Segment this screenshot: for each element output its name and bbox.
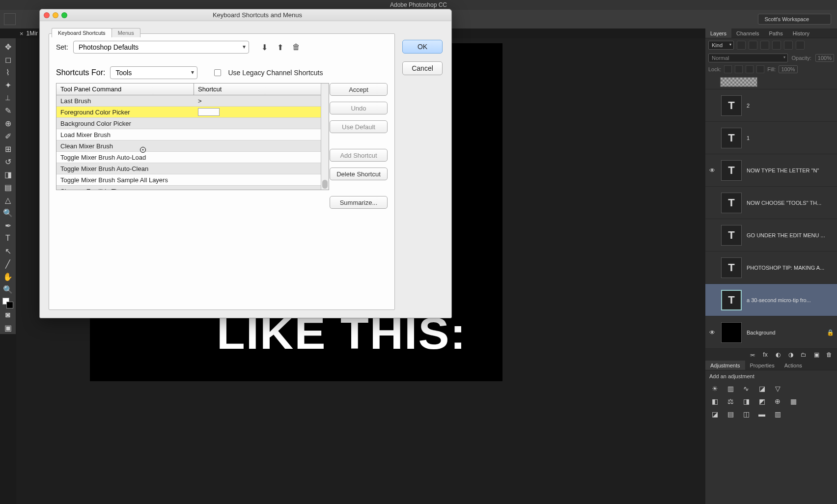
tab-adjustments[interactable]: Adjustments bbox=[705, 361, 745, 370]
shortcut-cell[interactable] bbox=[194, 108, 329, 116]
blur-tool-icon[interactable]: △ bbox=[1, 194, 15, 206]
visibility-toggle[interactable] bbox=[708, 102, 716, 110]
brightness-icon[interactable]: ☀ bbox=[710, 384, 719, 393]
pen-tool-icon[interactable]: ✒ bbox=[1, 219, 15, 232]
mask-icon[interactable]: ◐ bbox=[774, 351, 782, 359]
dialog-titlebar[interactable]: Keyboard Shortcuts and Menus bbox=[40, 9, 451, 21]
quickmask-icon[interactable]: ◙ bbox=[1, 308, 15, 321]
posterize-icon[interactable]: ▤ bbox=[726, 410, 735, 419]
gradient-tool-icon[interactable]: ▤ bbox=[1, 181, 15, 194]
layer-row[interactable]: TPHOTOSHOP TIP: MAKING A... bbox=[705, 252, 837, 284]
selective-icon[interactable]: ▥ bbox=[773, 410, 782, 419]
stamp-tool-icon[interactable]: ⊞ bbox=[1, 142, 15, 155]
gradientmap-icon[interactable]: ▬ bbox=[757, 410, 766, 419]
undo-button[interactable]: Undo bbox=[330, 102, 388, 114]
curves-icon[interactable]: ∿ bbox=[742, 384, 751, 393]
lock-pixels-icon[interactable] bbox=[735, 65, 743, 73]
table-row[interactable]: Background Color Picker bbox=[56, 118, 329, 129]
table-row[interactable]: Toggle Mixer Brush Sample All Layers bbox=[56, 174, 329, 186]
move-tool-icon[interactable]: ✥ bbox=[1, 40, 15, 53]
wand-tool-icon[interactable]: ✦ bbox=[1, 79, 15, 91]
screenmode-icon[interactable]: ▣ bbox=[1, 321, 15, 334]
layer-clip-thumb[interactable] bbox=[705, 75, 837, 89]
threshold-icon[interactable]: ◫ bbox=[742, 410, 751, 419]
crop-tool-icon[interactable]: ⟂ bbox=[1, 91, 15, 104]
lock-position-icon[interactable] bbox=[746, 65, 753, 73]
document-tab[interactable]: × 1Mir bbox=[20, 28, 38, 38]
visibility-toggle[interactable]: 👁 bbox=[708, 167, 716, 174]
colorbalance-icon[interactable]: ⚖ bbox=[726, 397, 735, 406]
use-default-button[interactable]: Use Default bbox=[330, 120, 388, 133]
layer-kind-filter[interactable]: Kind bbox=[708, 41, 734, 50]
table-row[interactable]: Last Brush> bbox=[56, 95, 329, 107]
visibility-toggle[interactable] bbox=[708, 231, 716, 239]
move-tool-icon[interactable] bbox=[4, 13, 16, 25]
delete-shortcut-button[interactable]: Delete Shortcut bbox=[330, 168, 388, 180]
path-tool-icon[interactable]: ↖ bbox=[1, 245, 15, 257]
filter-shape-icon[interactable] bbox=[772, 41, 781, 50]
colorlookup-icon[interactable]: ▦ bbox=[789, 397, 798, 406]
accept-button[interactable]: Accept bbox=[330, 83, 388, 96]
layer-name[interactable]: 2 bbox=[747, 103, 834, 109]
trash-icon[interactable]: 🗑 bbox=[825, 351, 833, 359]
visibility-toggle[interactable]: 👁 bbox=[708, 329, 716, 336]
color-swatches[interactable] bbox=[2, 298, 13, 308]
dodge-tool-icon[interactable]: 🔍 bbox=[1, 206, 15, 219]
adjustment-icon[interactable]: ◑ bbox=[787, 351, 795, 359]
add-shortcut-button[interactable]: Add Shortcut bbox=[330, 149, 388, 162]
cancel-button[interactable]: Cancel bbox=[402, 61, 443, 75]
save-set-icon[interactable]: ⬇ bbox=[260, 42, 270, 52]
minimize-window-icon[interactable] bbox=[53, 12, 58, 18]
table-row[interactable]: Clean Mixer Brush bbox=[56, 140, 329, 152]
layer-name[interactable]: a 30-second micro-tip fro... bbox=[747, 297, 834, 303]
blend-mode-select[interactable]: Normal bbox=[708, 54, 788, 62]
hue-icon[interactable]: ◧ bbox=[710, 397, 719, 406]
layer-row[interactable]: Ta 30-second micro-tip fro... bbox=[705, 284, 837, 316]
table-row[interactable]: Foreground Color Picker bbox=[56, 107, 329, 118]
workspace-switcher[interactable]: Scott's Workspace bbox=[758, 14, 831, 25]
visibility-toggle[interactable] bbox=[708, 199, 716, 207]
layer-name[interactable]: 1 bbox=[747, 135, 834, 141]
hand-tool-icon[interactable]: ✋ bbox=[1, 270, 15, 283]
channelmixer-icon[interactable]: ⊕ bbox=[773, 397, 782, 406]
tab-actions[interactable]: Actions bbox=[780, 361, 807, 370]
opacity-value[interactable]: 100% bbox=[815, 54, 834, 62]
invert-icon[interactable]: ◪ bbox=[710, 410, 719, 419]
exposure-icon[interactable]: ◪ bbox=[757, 384, 766, 393]
tab-channels[interactable]: Channels bbox=[731, 28, 764, 38]
layer-name[interactable]: PHOTOSHOP TIP: MAKING A... bbox=[747, 265, 834, 271]
tab-menus[interactable]: Menus bbox=[112, 28, 140, 37]
layer-row[interactable]: 👁Background🔒 bbox=[705, 316, 837, 349]
new-layer-icon[interactable]: ▣ bbox=[812, 351, 820, 359]
layer-row[interactable]: TGO UNDER THE EDIT MENU ... bbox=[705, 219, 837, 252]
vibrance-icon[interactable]: ▽ bbox=[773, 384, 782, 393]
tab-paths[interactable]: Paths bbox=[764, 28, 788, 38]
fill-value[interactable]: 100% bbox=[779, 65, 797, 73]
layer-name[interactable]: NOW CHOOSE "TOOLS" TH... bbox=[747, 200, 834, 206]
filter-pixel-icon[interactable] bbox=[737, 41, 746, 50]
lock-all-icon[interactable] bbox=[756, 65, 764, 73]
layer-row[interactable]: T1 bbox=[705, 122, 837, 154]
bw-icon[interactable]: ◨ bbox=[742, 397, 751, 406]
tab-keyboard-shortcuts[interactable]: Keyboard Shortcuts bbox=[52, 28, 112, 37]
visibility-toggle[interactable] bbox=[708, 134, 716, 142]
col-command[interactable]: Tool Panel Command bbox=[56, 84, 194, 95]
col-shortcut[interactable]: Shortcut bbox=[194, 84, 329, 95]
filter-toggle-icon[interactable] bbox=[796, 41, 805, 50]
healing-tool-icon[interactable]: ⊕ bbox=[1, 117, 15, 130]
table-row[interactable]: Toggle Mixer Brush Auto-Load bbox=[56, 152, 329, 163]
filter-smart-icon[interactable] bbox=[784, 41, 793, 50]
filter-type-icon[interactable] bbox=[760, 41, 769, 50]
zoom-tool-icon[interactable]: 🔍 bbox=[1, 283, 15, 296]
shortcuts-for-select[interactable]: Tools bbox=[110, 66, 197, 79]
table-scrollbar[interactable] bbox=[321, 84, 329, 190]
levels-icon[interactable]: ▥ bbox=[726, 384, 735, 393]
summarize-button[interactable]: Summarize... bbox=[330, 196, 388, 209]
tab-layers[interactable]: Layers bbox=[705, 28, 731, 38]
table-row[interactable]: Load Mixer Brush bbox=[56, 129, 329, 140]
layer-name[interactable]: NOW TYPE THE LETTER "N" bbox=[747, 168, 834, 173]
layer-row[interactable]: TNOW CHOOSE "TOOLS" TH... bbox=[705, 187, 837, 219]
eyedropper-tool-icon[interactable]: ✎ bbox=[1, 104, 15, 117]
shortcut-input[interactable] bbox=[198, 108, 220, 116]
group-icon[interactable]: 🗀 bbox=[800, 351, 808, 359]
